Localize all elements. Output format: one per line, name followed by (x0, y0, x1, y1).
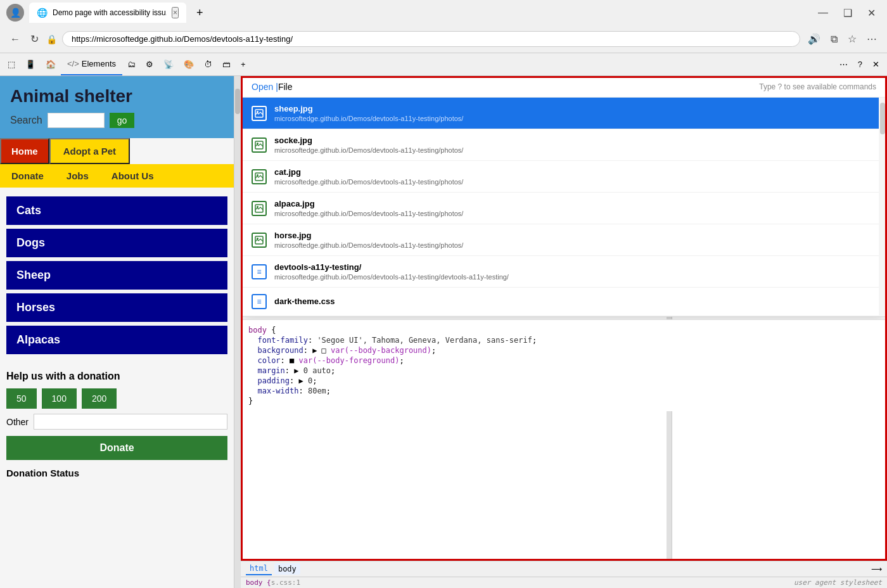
other-row: Other (6, 414, 227, 430)
devtools-elements-tab-icon[interactable]: 🏠 (41, 53, 61, 75)
body-selector-status: body { (246, 578, 271, 587)
nav-row2: Donate Jobs About Us (0, 164, 234, 188)
animal-item-dogs[interactable]: Dogs (6, 229, 227, 257)
user-agent-label: user agent stylesheet (794, 578, 882, 587)
other-amount-input[interactable] (34, 414, 227, 430)
site-title: Animal shelter (10, 86, 224, 106)
file-path-5: microsoftedge.github.io/Demos/devtools-a… (274, 273, 869, 281)
devtools-inspect-button[interactable]: ⬚ (3, 53, 20, 75)
animal-list: Cats Dogs Sheep Horses Alpacas (0, 188, 234, 363)
donation-100-button[interactable]: 100 (42, 388, 77, 409)
donation-title: Help us with a donation (6, 371, 227, 382)
devtools-more-tabs-btn[interactable]: ⋯ (834, 53, 853, 75)
file-name-1: socke.jpg (274, 136, 869, 145)
file-name-0: sheep.jpg (274, 104, 869, 113)
donation-50-button[interactable]: 50 (6, 388, 37, 409)
animal-item-alpacas[interactable]: Alpacas (6, 326, 227, 354)
image-icon (252, 137, 267, 153)
svg-point-5 (257, 174, 258, 176)
tab-close-button[interactable]: × (172, 7, 179, 18)
nav-about-item[interactable]: About Us (100, 164, 165, 188)
svg-point-3 (257, 143, 258, 144)
panel-scrollbar[interactable] (234, 76, 241, 588)
window-close-button[interactable]: ✕ (862, 4, 881, 22)
go-button[interactable]: go (110, 113, 135, 128)
lock-icon: 🔒 (46, 34, 57, 44)
browser-tab[interactable]: 🌐 Demo page with accessibility issu... × (29, 3, 186, 23)
title-bar: 👤 🌐 Demo page with accessibility issu...… (0, 0, 887, 25)
open-file-header: Open | File Type ? to see available comm… (241, 77, 886, 98)
devtools-panel: <!DOCT <html ▶ <hea ▼ <bod ▶ <h ▶ <s ▶ <… (241, 76, 887, 588)
open-file-hint: Type ? to see available commands (759, 82, 876, 91)
maximize-button[interactable]: ❑ (838, 4, 857, 22)
donation-amounts: 50 100 200 (6, 388, 227, 409)
url-input[interactable] (62, 31, 800, 47)
nav-adopt-button[interactable]: Adopt a Pet (49, 138, 130, 164)
donate-button[interactable]: Donate (6, 436, 227, 460)
back-button[interactable]: ← (8, 31, 23, 48)
edge-icon: 🌐 (37, 8, 48, 18)
devtools-perf-btn[interactable]: 📡 (158, 53, 179, 75)
footer-html-tab[interactable]: html (246, 563, 272, 575)
read-aloud-button[interactable]: 🔊 (805, 30, 823, 48)
svg-point-1 (257, 111, 258, 113)
file-item-1[interactable]: socke.jpgmicrosoftedge.github.io/Demos/d… (241, 129, 879, 161)
file-name-5: devtools-a11y-testing/ (274, 262, 869, 272)
devtools-app-btn[interactable]: ⏱ (199, 53, 217, 75)
open-file-dialog: Open | File Type ? to see available comm… (241, 76, 887, 317)
footer-body-tab[interactable]: body (274, 563, 300, 575)
new-tab-button[interactable]: + (191, 4, 208, 22)
file-path-4: microsoftedge.github.io/Demos/devtools-a… (274, 241, 869, 249)
devtools-add-btn[interactable]: + (236, 53, 251, 75)
image-icon (252, 201, 267, 216)
nav-home-button[interactable]: Home (0, 138, 49, 164)
devtools-help-btn[interactable]: ? (853, 53, 867, 75)
favorites-button[interactable]: ☆ (845, 30, 859, 48)
open-file-input[interactable]: File (278, 82, 759, 92)
animal-item-horses[interactable]: Horses (6, 293, 227, 322)
file-item-3[interactable]: alpaca.jpgmicrosoftedge.github.io/Demos/… (241, 193, 879, 224)
image-icon (252, 169, 267, 184)
more-button[interactable]: ⋯ (864, 30, 879, 48)
file-item-5[interactable]: ≡devtools-a11y-testing/microsoftedge.git… (241, 256, 879, 288)
image-icon (252, 106, 267, 121)
file-item-2[interactable]: cat.jpgmicrosoftedge.github.io/Demos/dev… (241, 161, 879, 193)
file-item-4[interactable]: horse.jpgmicrosoftedge.github.io/Demos/d… (241, 224, 879, 256)
devtools-close-btn[interactable]: ✕ (867, 53, 884, 75)
donation-section: Help us with a donation 50 100 200 Other… (0, 363, 234, 468)
website-panel: Animal shelter Search go Home Adopt a Pe… (0, 76, 234, 588)
image-icon (252, 233, 267, 248)
search-input[interactable] (48, 113, 105, 128)
minimize-button[interactable]: — (813, 4, 833, 21)
other-label: Other (6, 417, 29, 427)
donation-200-button[interactable]: 200 (82, 388, 117, 409)
devtools-network-btn[interactable]: 🗂 (122, 53, 141, 75)
nav-jobs-item[interactable]: Jobs (55, 164, 100, 188)
file-name-3: alpaca.jpg (274, 199, 869, 208)
refresh-button[interactable]: ↻ (28, 30, 41, 48)
tab-elements[interactable]: </> Elements (61, 53, 122, 75)
devtools-status-bar: body { s.css:1 user agent stylesheet (241, 577, 887, 588)
file-item-6[interactable]: ≡dark-theme.css (241, 288, 879, 316)
open-file-content: sheep.jpgmicrosoftedge.github.io/Demos/d… (241, 98, 886, 316)
nav-bar: Home Adopt a Pet (0, 138, 234, 164)
split-screen-button[interactable]: ⧉ (828, 31, 840, 48)
address-bar: ← ↻ 🔒 🔊 ⧉ ☆ ⋯ (0, 25, 887, 53)
profile-icon: 👤 (6, 4, 24, 22)
svg-point-7 (257, 206, 258, 208)
devtools-mem-btn[interactable]: 🎨 (179, 53, 199, 75)
animal-item-cats[interactable]: Cats (6, 196, 227, 225)
file-path-1: microsoftedge.github.io/Demos/devtools-a… (274, 146, 869, 154)
nav-donate-item[interactable]: Donate (0, 164, 55, 188)
file-item-0[interactable]: sheep.jpgmicrosoftedge.github.io/Demos/d… (241, 98, 879, 129)
devtools-sources-btn[interactable]: ⚙ (141, 53, 158, 75)
animal-item-sheep[interactable]: Sheep (6, 261, 227, 290)
expand-button[interactable]: ⟶ (871, 565, 882, 573)
open-file-scrollbar[interactable] (879, 98, 886, 316)
svg-point-9 (257, 238, 258, 240)
devtools-security-btn[interactable]: 🗃 (217, 53, 236, 75)
elements-tab-label: Elements (82, 59, 116, 68)
open-file-label: Open (252, 82, 273, 92)
file-path-3: microsoftedge.github.io/Demos/devtools-a… (274, 210, 869, 217)
devtools-device-button[interactable]: 📱 (20, 53, 41, 75)
